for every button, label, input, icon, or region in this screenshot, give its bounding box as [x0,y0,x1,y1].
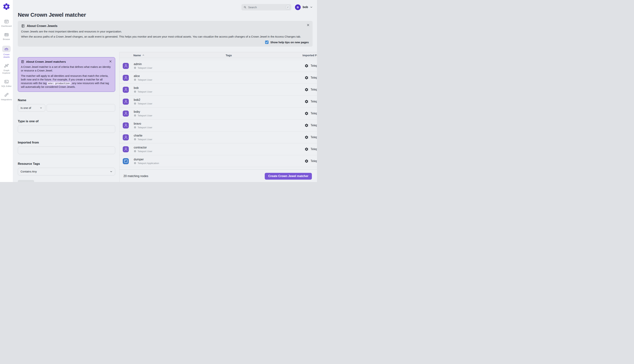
gear-icon [134,150,136,152]
partially-visible-row [120,167,317,170]
table-body: admin Teleport User Teleport alice Telep… [120,60,317,167]
info-box-paragraph: The matcher will apply to all identities… [21,74,112,89]
table-row[interactable]: boby Teleport User Teleport [120,108,317,120]
column-header-tags[interactable]: Tags [226,54,232,57]
gear-icon [304,88,308,92]
node-avatar [123,146,129,152]
imported-from-value: Teleport [310,88,317,91]
code-chip: env: production [47,82,71,85]
gear-icon [304,76,308,80]
table-footer: 20 matching nodes Create Crown Jewel mat… [120,170,317,182]
node-name: contractor [134,146,152,149]
sidebar-item-graph-explorer[interactable]: GraphExplorer [0,64,13,74]
table-row[interactable]: bob2 Teleport User Teleport [120,96,317,108]
imported-from-value: Teleport [310,160,317,163]
node-name: alice [134,74,152,78]
sidebar-item-label: SQL Editor [1,85,12,88]
sidebar-item-integrations[interactable]: Integrations [0,92,13,101]
node-name: admin [134,62,152,66]
gear-icon [134,114,136,117]
search-input[interactable]: Search / [241,4,291,10]
sidebar: Dashboard Browse CrownJewels GraphExplor… [0,0,13,182]
user-name: bob [303,6,308,9]
sidebar-item-browse[interactable]: Browse [0,32,13,40]
node-avatar [123,122,129,128]
sidebar-item-dashboard[interactable]: Dashboard [0,19,13,27]
sidebar-item-label: Dashboard [1,25,12,27]
gear-icon [134,138,136,140]
node-avatar [123,158,129,164]
table-row[interactable]: charlie Teleport User Teleport [120,132,317,143]
search-placeholder: Search [248,6,284,9]
node-type: Teleport User [138,114,152,117]
table-row[interactable]: bob Teleport User Teleport [120,84,317,96]
show-help-checkbox[interactable] [265,40,268,44]
column-header-name[interactable]: Name [133,54,145,57]
active-item-pill [2,46,11,52]
about-matchers-info-box: About Crown Jewel matchers A Crown Jewel… [18,57,115,92]
matcher-form-panel: About Crown Jewel matchers A Crown Jewel… [13,52,120,182]
gear-icon [304,100,308,104]
imported-from-input[interactable] [18,146,115,154]
imported-from-cell: Teleport [304,135,317,139]
terminal-icon [4,79,9,84]
sidebar-item-label: GraphExplorer [3,69,11,74]
close-banner-icon[interactable] [306,23,310,26]
imported-from-cell: Teleport [304,100,317,104]
sidebar-item-label: Integrations [1,98,12,101]
search-shortcut-key: / [286,5,290,9]
close-info-box-icon[interactable] [109,60,112,63]
user-icon [123,147,128,152]
imported-from-cell: Teleport [304,64,317,68]
create-crown-jewel-matcher-button[interactable]: Create Crown Jewel matcher [265,173,312,180]
name-operator-select[interactable]: Is one of [18,104,45,112]
crown-jewel-matcher-page: Dashboard Browse CrownJewels GraphExplor… [0,0,317,182]
type-value-input[interactable] [18,125,115,133]
imported-from-value: Teleport [310,136,317,139]
imported-from-cell: Teleport [304,88,317,92]
node-avatar [123,87,129,93]
node-type: Teleport User [138,102,152,105]
sidebar-item-crown-jewels[interactable]: CrownJewels [0,46,13,58]
imported-from-cell: Teleport [304,112,317,116]
search-icon [243,6,246,9]
table-row[interactable]: alice Teleport User Teleport [120,72,317,84]
graph-icon [4,64,9,68]
banner-title: About Crown Jewels [27,24,57,28]
info-box-title: About Crown Jewel matchers [26,60,66,64]
banner-paragraph: Crown Jewels are the most important iden… [21,30,309,33]
page-title: New Crown Jewel matcher [18,12,317,18]
tags-operator-select[interactable]: Contains Any [18,168,115,176]
sidebar-item-sql-editor[interactable]: SQL Editor [0,79,13,88]
gear-icon [134,126,136,129]
about-crown-jewels-banner: About Crown Jewels Crown Jewels are the … [18,21,312,46]
imported-from-value: Teleport [310,124,317,127]
imported-from-cell: Teleport [304,147,317,151]
node-type: Teleport User [138,66,152,69]
add-tag-button[interactable]: Add Tag [18,180,34,182]
matching-nodes-table: Name Tags Imported From admin Teleport U… [120,52,317,182]
node-name: boby [134,110,152,114]
user-menu[interactable]: B bob [295,4,312,10]
imported-from-value: Teleport [310,112,317,115]
imported-from-value: Teleport [310,148,317,151]
table-row[interactable]: contractor Teleport User Teleport [120,143,317,155]
sidebar-item-label: CrownJewels [3,53,10,58]
imported-from-cell: Teleport [304,123,317,128]
chevron-down-icon [40,107,42,109]
table-row[interactable]: bravo Teleport User Teleport [120,120,317,132]
node-name: bravo [134,122,152,125]
sidebar-item-label: Browse [3,38,10,40]
name-value-input[interactable] [47,104,115,112]
table-row[interactable]: admin Teleport User Teleport [120,60,317,72]
node-name: dumper [134,158,159,161]
banner-paragraph: When the access paths of a Crown Jewel c… [21,35,309,38]
table-scroll-sliver [120,58,317,60]
imported-from-value: Teleport [310,100,317,103]
content-split: About Crown Jewel matchers A Crown Jewel… [13,52,317,182]
column-header-imported-from[interactable]: Imported From [302,54,317,57]
teleport-gear-logo-icon[interactable] [3,2,11,11]
imported-from-cell: Teleport [304,159,317,163]
table-row[interactable]: dumper Teleport Application Teleport [120,155,317,167]
user-icon [123,99,128,104]
